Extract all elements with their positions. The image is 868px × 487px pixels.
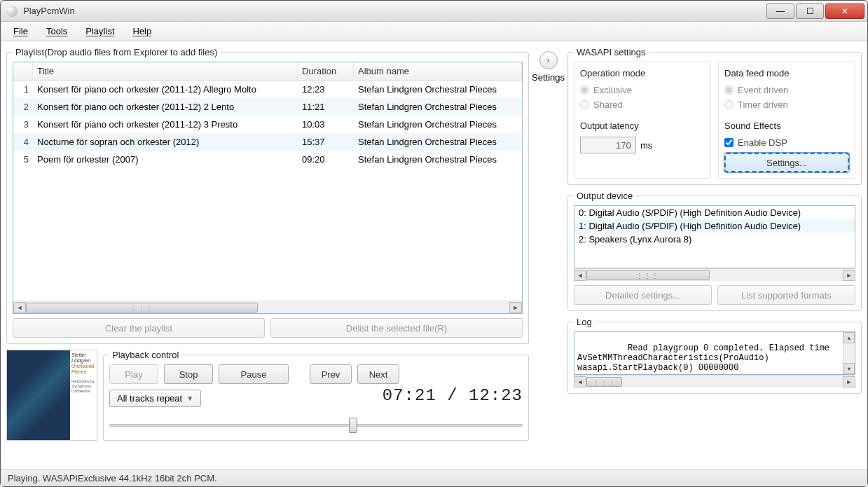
close-button[interactable]: ✕ bbox=[825, 4, 864, 19]
enable-dsp-checkbox[interactable] bbox=[724, 138, 733, 147]
chevron-right-icon: › bbox=[547, 55, 550, 65]
feedmode-event-radio[interactable] bbox=[724, 85, 733, 95]
clear-playlist-button[interactable]: Clear the playlist bbox=[13, 318, 265, 338]
log-legend: Log bbox=[574, 317, 595, 327]
playlist-hscrollbar[interactable]: ◄ ⋮⋮⋮ ► bbox=[13, 301, 522, 313]
collapse-settings-button[interactable]: › bbox=[539, 51, 558, 69]
repeat-mode-select[interactable]: All tracks repeat ▼ bbox=[109, 390, 201, 407]
menu-playlist[interactable]: Playlist bbox=[77, 23, 123, 39]
dsp-settings-button[interactable]: Settings... bbox=[724, 153, 849, 172]
log-hscrollbar[interactable]: ◄ ⋮⋮⋮ ► bbox=[574, 375, 855, 387]
log-vscrollbar[interactable]: ▲ ▼ bbox=[843, 332, 855, 374]
playlist-table[interactable]: Title Duration Album name 1Konsert för p… bbox=[13, 62, 523, 314]
device-item[interactable]: 0: Digital Audio (S/PDIF) (High Definiti… bbox=[574, 206, 855, 219]
album-art: Stefan Lindgren Orchestral Pieces Helsin… bbox=[6, 350, 97, 441]
scroll-left-icon[interactable]: ◄ bbox=[574, 270, 586, 281]
maximize-button[interactable]: ☐ bbox=[796, 4, 824, 19]
menu-file[interactable]: File bbox=[5, 23, 36, 39]
playback-legend: Playback control bbox=[109, 350, 181, 360]
minimize-button[interactable]: — bbox=[766, 4, 794, 19]
next-button[interactable]: Next bbox=[357, 364, 399, 384]
menu-tools[interactable]: Tools bbox=[38, 23, 76, 39]
app-window: PlayPcmWin — ☐ ✕ File Tools Playlist Hel… bbox=[0, 0, 868, 487]
col-duration[interactable]: Duration bbox=[298, 62, 354, 80]
content-area: Playlist(Drop audio files from Explorer … bbox=[1, 41, 867, 469]
scroll-left-icon[interactable]: ◄ bbox=[13, 302, 26, 313]
chevron-down-icon: ▼ bbox=[186, 395, 193, 402]
delist-file-button[interactable]: Delist the selected file(R) bbox=[270, 318, 523, 338]
prev-button[interactable]: Prev bbox=[310, 364, 352, 384]
playlist-row[interactable]: 4Nocturne för sopran och orkester (2012)… bbox=[13, 133, 522, 151]
scroll-down-icon[interactable]: ▼ bbox=[843, 363, 855, 374]
device-hscrollbar[interactable]: ◄ ⋮⋮⋮ ► bbox=[574, 268, 855, 281]
opmode-exclusive-radio[interactable] bbox=[580, 85, 589, 95]
window-title: PlayPcmWin bbox=[23, 6, 766, 16]
playlist-row[interactable]: 1Konsert för piano och orkester (2011-12… bbox=[13, 81, 522, 98]
app-icon bbox=[6, 6, 18, 17]
list-formats-button[interactable]: List supported formats bbox=[717, 285, 855, 305]
wasapi-settings-group: WASAPI settings Operation mode Exclusive… bbox=[567, 47, 862, 185]
log-textarea[interactable]: Read playgroup 0 completed. Elapsed time… bbox=[574, 331, 855, 375]
title-bar: PlayPcmWin — ☐ ✕ bbox=[1, 1, 867, 22]
menu-bar: File Tools Playlist Help bbox=[1, 22, 867, 41]
playback-control-group: Playback control Play Stop Pause Prev Ne… bbox=[103, 350, 529, 441]
status-bar: Playing. WASAPIExclusive 44.1kHz 16bit 2… bbox=[1, 469, 867, 486]
output-device-list[interactable]: 0: Digital Audio (S/PDIF) (High Definiti… bbox=[574, 205, 855, 268]
operation-mode-box: Operation mode Exclusive Shared Output l… bbox=[574, 62, 711, 179]
settings-toggle: › Settings bbox=[532, 47, 565, 464]
col-title[interactable]: Title bbox=[33, 62, 298, 80]
detailed-settings-button[interactable]: Detailed settings... bbox=[574, 285, 712, 305]
latency-input[interactable] bbox=[580, 137, 636, 153]
scroll-right-icon[interactable]: ► bbox=[843, 376, 855, 387]
scroll-right-icon[interactable]: ► bbox=[843, 270, 855, 281]
playlist-row[interactable]: 3Konsert för piano och orkester (2011-12… bbox=[13, 116, 522, 133]
menu-help[interactable]: Help bbox=[125, 23, 160, 39]
play-button[interactable]: Play bbox=[109, 364, 158, 384]
col-album[interactable]: Album name bbox=[354, 62, 522, 80]
opmode-shared-radio[interactable] bbox=[580, 100, 589, 109]
time-display: 07:21 / 12:23 bbox=[383, 386, 523, 405]
stop-button[interactable]: Stop bbox=[164, 364, 213, 384]
scroll-right-icon[interactable]: ► bbox=[509, 302, 522, 313]
wasapi-legend: WASAPI settings bbox=[574, 47, 649, 57]
feed-mode-box: Data feed mode Event driven Timer driven… bbox=[718, 62, 855, 179]
device-item[interactable]: 2: Speakers (Lynx Aurora 8) bbox=[574, 233, 855, 246]
playlist-header: Title Duration Album name bbox=[13, 62, 522, 81]
output-device-group: Output device 0: Digital Audio (S/PDIF) … bbox=[567, 191, 862, 311]
seek-thumb[interactable] bbox=[349, 418, 357, 433]
playlist-legend: Playlist(Drop audio files from Explorer … bbox=[13, 47, 220, 57]
scroll-left-icon[interactable]: ◄ bbox=[574, 376, 586, 387]
status-text: Playing. WASAPIExclusive 44.1kHz 16bit 2… bbox=[8, 473, 217, 483]
output-device-legend: Output device bbox=[574, 191, 635, 201]
playlist-group: Playlist(Drop audio files from Explorer … bbox=[6, 47, 529, 344]
playlist-row[interactable]: 5Poem för orkester (2007)09:20Stefan Lin… bbox=[13, 151, 522, 168]
device-item[interactable]: 1: Digital Audio (S/PDIF) (High Definiti… bbox=[574, 219, 855, 233]
scroll-up-icon[interactable]: ▲ bbox=[843, 332, 855, 343]
seek-slider[interactable] bbox=[109, 417, 523, 434]
pause-button[interactable]: Pause bbox=[219, 364, 289, 384]
feedmode-timer-radio[interactable] bbox=[724, 100, 733, 109]
log-group: Log Read playgroup 0 completed. Elapsed … bbox=[567, 317, 862, 394]
playlist-row[interactable]: 2Konsert för piano och orkester (2011-12… bbox=[13, 98, 522, 116]
